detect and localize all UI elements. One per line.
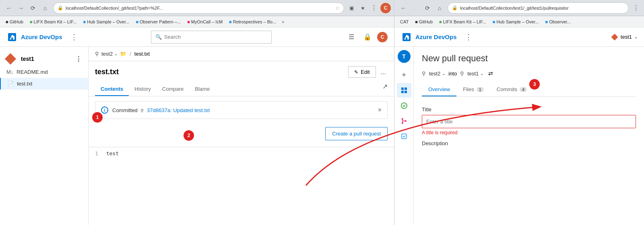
bookmark-hub-right[interactable]: ■ Hub Sample – Over... — [490, 19, 541, 25]
commit-link[interactable]: 37d8637a: Updated test.txt — [147, 107, 210, 113]
lock-icon-left[interactable]: 🔒 — [361, 31, 374, 44]
project-name-right: test1 — [621, 34, 632, 40]
more-chrome-btn-left[interactable]: ⋮ — [369, 3, 379, 13]
profile-circle-left[interactable]: C — [377, 32, 388, 42]
forward-button-left[interactable]: → — [15, 2, 27, 14]
pr-tab-overview-label: Overview — [428, 86, 450, 92]
repos-icon — [400, 117, 408, 125]
home-button-left[interactable]: ⌂ — [39, 2, 51, 14]
create-pull-request-button[interactable]: Create a pull request — [325, 127, 388, 140]
sidebar-avatar-t[interactable]: T — [398, 50, 411, 63]
tab-history[interactable]: History — [129, 83, 156, 96]
address-bar-right[interactable]: 🔒 localhost/DefaultCollection/test1/_git… — [448, 2, 629, 14]
sidebar-icon-boards[interactable] — [397, 83, 411, 98]
sidebar-project[interactable]: test1 ⋮ — [0, 52, 88, 66]
address-text-left: localhost/DefaultCollection/_git/test1?p… — [66, 6, 163, 10]
pr-tab-commits[interactable]: Commits 4 3 — [490, 83, 533, 96]
readme-icon: M↓ — [6, 69, 13, 75]
svg-rect-3 — [401, 88, 404, 90]
lock-icon-right: 🔒 — [452, 5, 458, 10]
source-branch-chevron-icon: ⌄ — [442, 71, 445, 76]
bookmark-myoncall-left[interactable]: ■ MyOnCall – IcM — [185, 19, 225, 25]
extensions-btn-left[interactable]: ▣ — [347, 3, 356, 13]
pr-page-title: New pull request — [422, 53, 636, 64]
file-browser: ⚲ test2 ⌄ 📁 / test.txt test.txt — [89, 47, 394, 225]
switch-branches-icon[interactable]: ⇄ — [488, 70, 493, 77]
notification-close-button[interactable]: × — [378, 106, 382, 114]
bookmark-observer-left[interactable]: ■ Observer Pattern –... — [133, 19, 183, 25]
into-text: into — [448, 71, 457, 77]
edit-button[interactable]: ✎ Edit — [348, 66, 376, 78]
target-branch-selector[interactable]: test1 ⌄ — [467, 71, 483, 77]
ado-header-left: Azure DevOps ⋮ 🔍 ☰ 🔒 C — [0, 27, 394, 47]
project-selector-right[interactable]: test1 ⌄ — [611, 33, 638, 41]
tab-blame[interactable]: Blame — [189, 83, 215, 96]
bookmarks-more-left[interactable]: » — [282, 19, 284, 24]
testplans-icon — [400, 133, 408, 140]
pr-title-input[interactable] — [422, 115, 636, 128]
forward-button-right[interactable]: → — [410, 2, 421, 14]
ado-header-menu-right[interactable]: ⋮ — [465, 33, 472, 42]
committed-text: Committed — [112, 107, 138, 113]
file-content-area: 1 test — [89, 147, 394, 161]
file-title: test.txt — [95, 68, 119, 76]
svg-point-10 — [405, 120, 407, 122]
bookmark-retro-left[interactable]: ■ Retrospectives – Bo... — [227, 19, 279, 25]
branch-chevron-icon: ⌄ — [114, 52, 118, 56]
more-chrome-btn-right[interactable]: ⋮ — [631, 3, 641, 13]
sidebar-icon-plus[interactable]: + — [397, 68, 411, 82]
pr-tab-files[interactable]: Files 1 — [456, 83, 490, 96]
sidebar-item-readme[interactable]: M↓ README.md — [0, 66, 88, 78]
home-button-right[interactable]: ⌂ — [434, 2, 445, 14]
search-input-left[interactable] — [164, 34, 267, 40]
pr-field-label-title: Title — [422, 106, 636, 112]
line-text-1: test — [106, 150, 119, 156]
sidebar-icon-testplans[interactable] — [397, 129, 411, 144]
sidebar-more-icon[interactable]: ⋮ — [75, 55, 82, 63]
ado-header-menu-left[interactable]: ⋮ — [70, 33, 78, 42]
app-content-left: Azure DevOps ⋮ 🔍 ☰ 🔒 C — [0, 27, 394, 225]
bookmark-btn-left[interactable]: ★ — [358, 3, 367, 13]
notification-text: Committed ⚲ 37d8637a: Updated test.txt — [112, 107, 210, 113]
bookmark-github-right[interactable]: ■ GitHub — [413, 19, 435, 25]
back-button-right[interactable]: ← — [398, 2, 409, 14]
reload-button-left[interactable]: ⟳ — [27, 2, 39, 14]
svg-rect-6 — [405, 91, 407, 93]
list-icon-left[interactable]: ☰ — [345, 31, 358, 44]
sidebar-icon-pipelines[interactable] — [397, 98, 411, 113]
tab-compare[interactable]: Compare — [157, 83, 189, 96]
ado-logo-icon-right — [401, 31, 412, 43]
back-button-left[interactable]: ← — [3, 2, 14, 14]
reload-button-right[interactable]: ⟳ — [422, 2, 433, 14]
bookmark-lifx-right[interactable]: ■ LIFX Beam Kit – LIF... — [437, 19, 489, 25]
tab-history-label: History — [134, 86, 151, 92]
file-header: test.txt ✎ Edit ... — [89, 61, 394, 83]
sidebar-readme-label: README.md — [17, 69, 47, 75]
branch-git-icon-2: ⚲ — [140, 108, 144, 113]
profile-avatar-left[interactable]: C — [380, 3, 391, 13]
bookmark-hub-left[interactable]: ■ Hub Sample – Over... — [81, 19, 132, 25]
edit-pencil-icon: ✎ — [354, 69, 358, 75]
address-bar-left[interactable]: 🔒 localhost/DefaultCollection/_git/test1… — [53, 2, 344, 14]
bookmark-observer-right[interactable]: ■ Observer... — [543, 19, 573, 25]
source-branch-selector[interactable]: test2 ⌄ — [429, 71, 445, 77]
right-browser: ← → ⟳ ⌂ 🔒 localhost/DefaultCollection/te… — [394, 0, 644, 225]
bookmark-github-left[interactable]: ■ GitHub — [3, 19, 26, 25]
branch-git-icon: ⚲ — [95, 51, 99, 57]
bookmark-cat-right[interactable]: CAT — [398, 19, 411, 25]
branch-selector[interactable]: test2 ⌄ — [101, 51, 118, 57]
file-tabs: Contents History Compare Blame ↗ — [89, 83, 394, 96]
more-actions-button[interactable]: ... — [379, 67, 388, 77]
tab-contents[interactable]: Contents — [95, 83, 129, 96]
sidebar-item-test-txt[interactable]: 📄 test.txt — [0, 78, 88, 90]
ado-logo-right: Azure DevOps — [401, 31, 457, 43]
tab-contents-label: Contents — [101, 86, 123, 92]
sidebar-icon-repos[interactable] — [397, 114, 411, 128]
step-badge-2: 2 — [184, 130, 194, 141]
pr-tab-overview[interactable]: Overview — [422, 83, 456, 96]
nav-buttons-left: ← → ⟳ ⌂ — [3, 2, 51, 14]
search-box-left[interactable]: 🔍 — [151, 31, 272, 44]
ado-logo-left: Azure DevOps — [6, 31, 62, 43]
bookmark-lifx-left[interactable]: ■ LIFX Beam Kit – LIF... — [27, 19, 79, 25]
expand-icon[interactable]: ↗ — [382, 83, 388, 96]
